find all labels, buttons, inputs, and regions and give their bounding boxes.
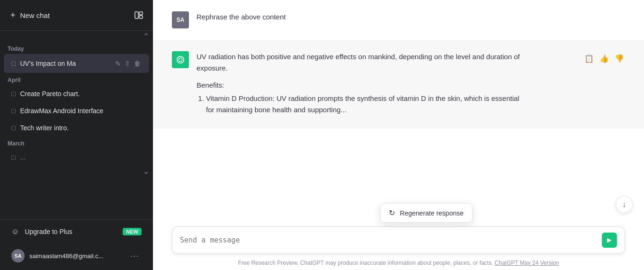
layout-icon — [134, 10, 143, 20]
sidebar-layout-button[interactable] — [130, 7, 147, 24]
chat-area[interactable]: SA Rephrase the above content UV radiati… — [153, 0, 644, 221]
share-button-uvs[interactable]: ⇧ — [124, 59, 131, 68]
user-message-text: Rephrase the above content — [197, 13, 286, 21]
upgrade-button[interactable]: ☺ Upgrade to Plus NEW — [4, 222, 149, 242]
sidebar-top: + New chat — [0, 0, 153, 31]
disclaimer-link[interactable]: ChatGPT May 24 Version — [495, 260, 559, 266]
ai-message-row: UV radiation has both positive and negat… — [153, 40, 644, 129]
new-chat-button[interactable]: + New chat — [6, 7, 126, 24]
ai-message-content: UV radiation has both positive and negat… — [197, 51, 528, 117]
chat-label-edrawmax: EdrawMax Android Interface — [20, 107, 142, 115]
chat-item-pareto[interactable]: □ Create Pareto chart. — [4, 85, 149, 102]
thumbs-down-button[interactable]: 👎 — [614, 53, 625, 64]
chat-item-march1[interactable]: □ ... — [4, 149, 149, 166]
main-panel: SA Rephrase the above content UV radiati… — [153, 0, 644, 270]
scroll-down-sidebar-button[interactable]: ⌄ — [143, 167, 149, 176]
regenerate-icon: ↻ — [389, 208, 395, 217]
user-email: saimaaslam486@gmail.c... — [29, 252, 123, 260]
ai-message-intro: UV radiation has both positive and negat… — [197, 51, 528, 74]
chat-icon-edrawmax: □ — [11, 107, 15, 115]
send-icon: ► — [606, 236, 613, 244]
benefits-list: Vitamin D Production: UV radiation promp… — [197, 93, 528, 116]
svg-rect-1 — [139, 12, 143, 15]
chevron-down-area: ⌄ — [0, 166, 153, 177]
april-section-label: April — [0, 73, 153, 85]
chat-item-tech-writer[interactable]: □ Tech writer intro. — [4, 119, 149, 136]
user-avatar-chat: SA — [172, 11, 189, 28]
ai-avatar-chat — [172, 51, 189, 68]
new-badge: NEW — [123, 228, 142, 235]
input-area: ► — [153, 221, 644, 258]
chat-item-actions-uvs: ✎ ⇧ 🗑 — [114, 59, 142, 68]
sidebar-bottom: ☺ Upgrade to Plus NEW SA saimaaslam486@g… — [0, 219, 153, 270]
chat-label-pareto: Create Pareto chart. — [20, 90, 142, 98]
chat-item-edrawmax[interactable]: □ EdrawMax Android Interface — [4, 102, 149, 119]
sidebar: + New chat ⌃ Today □ UV's Impact on Ma ✎… — [0, 0, 153, 270]
openai-icon — [176, 55, 185, 64]
delete-button-uvs[interactable]: 🗑 — [133, 59, 142, 68]
chat-icon-tech-writer: □ — [11, 124, 15, 132]
chat-label-march1: ... — [20, 153, 142, 161]
scroll-down-button[interactable]: ↓ — [616, 196, 633, 213]
disclaimer: Free Research Preview. ChatGPT may produ… — [153, 258, 644, 270]
svg-rect-0 — [135, 12, 138, 18]
user-message-row: SA Rephrase the above content — [153, 0, 644, 40]
upgrade-label: Upgrade to Plus — [25, 228, 72, 235]
regenerate-label: Regenerate response — [400, 209, 464, 217]
svg-rect-2 — [139, 16, 143, 18]
plus-icon: + — [10, 10, 16, 20]
new-chat-label: New chat — [20, 11, 50, 19]
benefit-item-1: Vitamin D Production: UV radiation promp… — [206, 93, 528, 116]
disclaimer-text: Free Research Preview. ChatGPT may produ… — [238, 260, 493, 266]
today-section-label: Today — [0, 42, 153, 54]
chat-item-uvs-impact[interactable]: □ UV's Impact on Ma ✎ ⇧ 🗑 — [4, 54, 149, 73]
chat-icon-march1: □ — [11, 153, 15, 161]
ai-message-actions: 📋 👍 👎 — [583, 51, 625, 117]
scroll-up-button[interactable]: ⌃ — [143, 32, 149, 41]
send-button[interactable]: ► — [602, 233, 617, 248]
message-input[interactable] — [180, 236, 602, 244]
regenerate-popup[interactable]: ↻ Regenerate response — [380, 203, 473, 223]
copy-button[interactable]: 📋 — [583, 53, 595, 64]
thumbs-up-button[interactable]: 👍 — [599, 53, 610, 64]
sidebar-scroll-area[interactable]: ⌃ Today □ UV's Impact on Ma ✎ ⇧ 🗑 April … — [0, 31, 153, 219]
chat-icon-uvs: □ — [11, 60, 15, 67]
chat-label-uvs: UV's Impact on Ma — [20, 60, 109, 67]
march-section-label: March — [0, 136, 153, 149]
user-message-content: Rephrase the above content — [197, 11, 528, 28]
edit-button-uvs[interactable]: ✎ — [114, 59, 122, 68]
message-input-wrapper: ► — [172, 226, 625, 254]
user-avatar: SA — [11, 249, 25, 262]
user-chat-initials: SA — [177, 17, 185, 23]
chevron-down-icon: ↓ — [622, 200, 626, 209]
user-initials: SA — [14, 253, 21, 259]
person-icon: ☺ — [11, 227, 19, 236]
user-menu-button[interactable]: ⋯ — [127, 250, 142, 262]
chat-label-tech-writer: Tech writer intro. — [20, 124, 142, 132]
user-row[interactable]: SA saimaaslam486@gmail.c... ⋯ — [4, 243, 149, 268]
chevron-up-area: ⌃ — [0, 31, 153, 42]
chat-icon-pareto: □ — [11, 90, 15, 98]
benefits-heading: Benefits: — [197, 80, 528, 91]
